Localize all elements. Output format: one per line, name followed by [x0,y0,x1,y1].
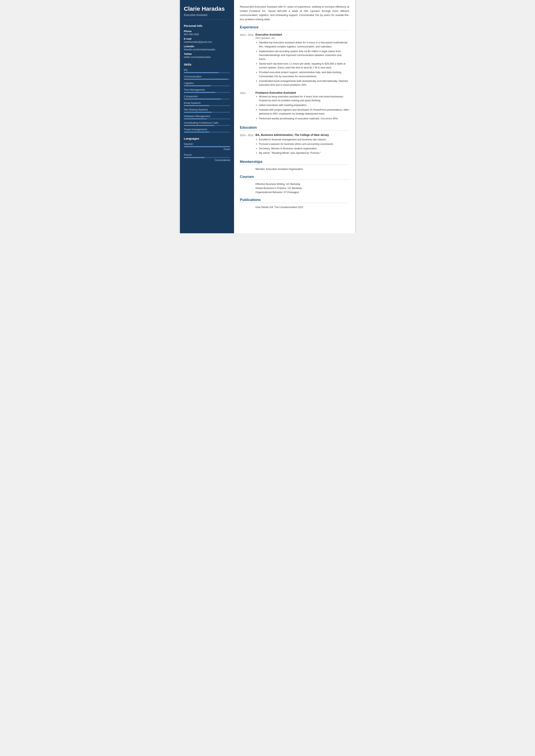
skills-heading: Skills [184,63,230,66]
exp-bullet: Provided executive project support, admi… [259,70,349,78]
resume-container: Clarie Haradas Executive Assistant Perso… [180,0,355,233]
skill-item: Database Management [184,115,230,119]
language-bar-fill [184,157,205,158]
language-level: Fluent [184,148,230,151]
phone-label: Phone [184,30,230,33]
edu-bullet: Secretary, Women in Business student org… [259,147,349,150]
skill-name: Travel Arrangements [184,128,230,131]
skill-name: EQ [184,68,230,71]
courses-section: Courses Effective Business Writing, UC B… [240,175,349,194]
languages-section: Languages Spanish Fluent French Conversa… [184,137,230,162]
skill-bar-fill [184,85,211,86]
skill-bar-fill [184,132,209,133]
experience-heading: Experience [240,25,349,30]
exp-bullets: Handled top executive assistant duties f… [255,40,349,87]
skill-bar-bg [184,125,230,126]
language-level: Conversational [184,159,230,162]
exp-bullet: Aided executives with meeting preparatio… [259,103,349,107]
membership-entry: Member, Executive Assistant Organization [240,168,349,171]
course-indent [240,182,255,185]
experience-entry: 2013 - 2018 Executive Assistant ISN Lipm… [240,33,349,88]
course-entry: Global Business in Practice, UC Berkeley [240,187,349,190]
skill-name: Time Management [184,88,230,91]
course-entry: Organizational Behavior, IIT Kharagpur [240,191,349,194]
skill-bar-bg [184,112,230,113]
education-entry: 2010 - 2013 BA, Business Administration,… [240,133,349,156]
summary-text: Resourceful Executive Assistant with 5+ … [240,5,349,21]
skill-bar-bg [184,85,230,86]
skill-item: File-Sharing Systems [184,108,230,113]
edu-content: BA, Business Administration, The College… [255,133,349,156]
skill-bar-bg [184,98,230,99]
course-value: Organizational Behavior, IIT Kharagpur [255,191,299,194]
candidate-name: Clarie Haradas [184,6,230,12]
exp-date: 2013 [240,91,255,121]
skill-name: Compassion [184,95,230,98]
exp-company: ISN Lipmann, Inc. [255,37,349,40]
skill-bar-fill [184,92,215,93]
course-indent [240,191,255,194]
personal-info-section: Personal Info Phone 862-208-2592 E-mail … [184,24,230,59]
skill-bar-fill [184,112,212,113]
courses-heading: Courses [240,175,349,180]
exp-bullet: Implemented call-recording system that c… [259,49,349,61]
memberships-heading: Memberships [240,160,349,165]
edu-degree: BA, Business Administration, The College… [255,133,349,136]
skill-item: Logistics [184,82,230,86]
membership-value: Member, Executive Assistant Organization [255,168,303,171]
skill-bar-bg [184,132,230,133]
language-bar-bg [184,146,230,147]
exp-bullet: Worked as temp executive assistant for 4… [259,95,349,102]
skill-item: Email Systems [184,101,230,106]
twitter-value: twitter.com/clarieharadas [184,56,230,59]
skill-bar-bg [184,92,230,93]
course-indent [240,187,255,190]
skills-section: Skills EQ Communication Logistics Time M… [184,63,230,133]
course-entry: Effective Business Writing, UC Berkeley [240,182,349,185]
experience-entry: 2013 Freelance Executive Assistant Worke… [240,91,349,121]
education-heading: Education [240,125,349,131]
education-section: Education 2010 - 2013 BA, Business Admin… [240,125,349,156]
skill-bar-fill [184,98,221,99]
skills-list: EQ Communication Logistics Time Manageme… [184,68,230,133]
experience-section: Experience 2013 - 2018 Executive Assista… [240,25,349,121]
skill-bar-fill [184,79,228,80]
skill-bar-bg [184,72,230,73]
exp-bullet: Assisted with project logistics and deve… [259,108,349,116]
language-name: Spanish [184,143,230,146]
linkedin-value: linkedin.com/in/clarieharadas [184,48,230,51]
skill-name: Database Management [184,115,230,118]
skill-name: Communication [184,75,230,78]
language-bar-fill [184,146,230,147]
experience-list: 2013 - 2018 Executive Assistant ISN Lipm… [240,33,349,121]
edu-bullets: Excelled in financial management and bus… [255,138,349,155]
skill-bar-fill [184,125,214,126]
skill-item: Communication [184,75,230,80]
skill-item: Travel Arrangements [184,128,230,133]
publication-entry: How Details Kill, The Counterintuitive C… [240,206,349,208]
sidebar: Clarie Haradas Executive Assistant Perso… [180,0,234,233]
membership-indent [240,168,255,171]
languages-heading: Languages [184,137,230,140]
education-list: 2010 - 2013 BA, Business Administration,… [240,133,349,156]
email-label: E-mail [184,37,230,40]
language-item: Spanish Fluent [184,143,230,151]
exp-bullets: Worked as temp executive assistant for 4… [255,95,349,121]
edu-date: 2010 - 2013 [240,133,255,156]
exp-bullet: Coordinated travel arrangements both dom… [259,79,349,87]
course-value: Global Business in Practice, UC Berkeley [255,187,302,190]
publications-heading: Publications [240,198,349,203]
publications-list: How Details Kill, The Counterintuitive C… [240,206,349,208]
skill-bar-fill [184,119,207,119]
exp-bullet: Saved each top-level exec 11 hours per w… [259,62,349,69]
skill-item: Compassion [184,95,230,99]
exp-job-title: Freelance Executive Assistant [255,91,349,94]
memberships-list: Member, Executive Assistant Organization [240,168,349,171]
exp-bullet: Performed weekly proofreading of executi… [259,117,349,121]
course-value: Effective Business Writing, UC Berkeley [255,182,300,185]
exp-date: 2013 - 2018 [240,33,255,88]
main-content: Resourceful Executive Assistant with 5+ … [234,0,355,233]
skill-bar-fill [184,72,219,73]
publications-section: Publications How Details Kill, The Count… [240,198,349,208]
candidate-title: Executive Assistant [184,14,230,20]
